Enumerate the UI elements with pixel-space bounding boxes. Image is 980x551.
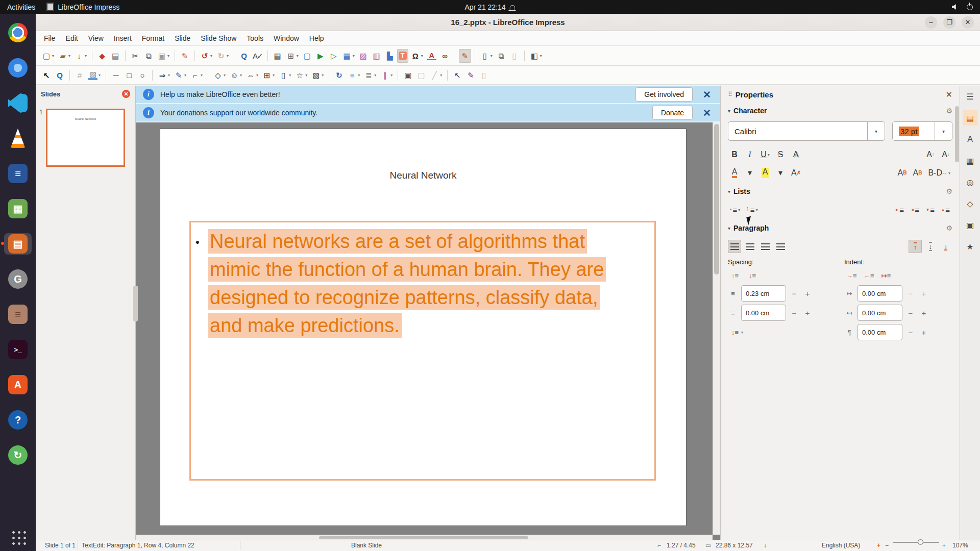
menu-item[interactable]: Slide [169, 31, 195, 45]
zoom-slider[interactable] [893, 542, 939, 543]
edit-points-tool[interactable]: ↖ [451, 68, 463, 82]
redo-button[interactable]: ↻ ▾ [215, 49, 230, 63]
decrement-button[interactable]: − [905, 289, 916, 298]
chevron-down-icon[interactable]: ▾ [935, 122, 952, 140]
indent-decrease-button[interactable]: ←≡ [862, 269, 876, 282]
dock-files[interactable]: ≡ [4, 304, 32, 325]
select-tool[interactable]: ↖ [40, 68, 53, 82]
paragraph-section-header[interactable]: ▾ Paragraph ⚙ [728, 221, 952, 235]
slide-thumbnail[interactable]: 1 Neural Network [46, 109, 125, 167]
align-objects-tool[interactable]: ≡ ▾ [346, 68, 361, 82]
power-icon[interactable] [967, 4, 973, 10]
fill-color-tool[interactable]: ▨ ▾ [87, 68, 102, 82]
infobar-close-icon[interactable]: ✕ [699, 89, 715, 101]
snap-guides-tool[interactable]: # [74, 68, 86, 82]
clock-menu[interactable]: Apr 21 22:14 [464, 3, 515, 11]
dock-vscode[interactable] [4, 92, 32, 114]
spacing-below-icon-button[interactable]: ↓≡ [745, 269, 760, 282]
new-button[interactable]: ▢ ▾ [40, 49, 56, 63]
decrement-button[interactable]: − [789, 309, 799, 317]
slide-text-line[interactable]: Neural networks are a set of algorithms … [208, 228, 652, 256]
chevron-down-icon[interactable]: ▾ [867, 122, 885, 140]
slide-title-text[interactable]: Neural Network [160, 170, 686, 181]
restore-button[interactable]: ❐ [943, 16, 955, 29]
zoom-fit-icon[interactable]: + [877, 542, 880, 549]
rotate-tool[interactable]: ↻ [333, 68, 345, 82]
display-grid-button[interactable]: ▦ [272, 49, 284, 63]
dock-gimp[interactable]: G [4, 268, 32, 290]
spacing-below-field[interactable]: 0.00 cm [741, 305, 786, 321]
connectors-tool[interactable]: ⌐ ▾ [189, 68, 204, 82]
title-bar[interactable]: 16_2.pptx - LibreOffice Impress – ❐ ✕ [36, 14, 980, 31]
spelling-button[interactable]: A✓ [251, 49, 264, 63]
bold-button[interactable]: B [728, 148, 741, 161]
insert-textbox-button[interactable]: T [397, 49, 408, 63]
tab-master-slides[interactable]: ▣ [963, 217, 978, 233]
crop-tool[interactable]: ▢ [415, 68, 427, 82]
slides-panel-close-button[interactable]: ✕ [122, 90, 130, 98]
horizontal-scrollbar[interactable] [136, 535, 713, 540]
increment-button[interactable]: + [919, 289, 929, 298]
indent-increase-button[interactable]: →≡ [844, 269, 859, 282]
indent-before-field[interactable]: 0.00 cm [857, 285, 902, 302]
dock-terminal[interactable]: >_ [4, 339, 32, 360]
increase-font-button[interactable]: A↑ [924, 148, 937, 161]
focused-app-menu[interactable]: LibreOffice Impress [46, 3, 119, 11]
tab-properties[interactable]: ▤ [963, 110, 978, 126]
underline-button[interactable]: U ▾ [758, 148, 772, 161]
dock-help[interactable]: ? [4, 409, 32, 431]
arrange-tool[interactable]: ≣ ▾ [362, 68, 378, 82]
copy-button[interactable]: ⧉ [142, 49, 155, 63]
hyperlink-button[interactable]: ∞ [439, 49, 451, 63]
slide-text-line[interactable]: mimic the function of a human brain. The… [208, 256, 652, 284]
strikethrough-button[interactable]: S [774, 148, 787, 161]
extrusion-tool[interactable]: ▯ [478, 68, 490, 82]
spacing-above-icon-button[interactable]: ↑≡ [728, 269, 742, 282]
flowchart-shapes-tool[interactable]: ⊞ ▾ [261, 68, 276, 82]
tab-gallery[interactable]: ▦ [963, 153, 978, 168]
dock-lo-calc[interactable]: ▦ [4, 198, 32, 219]
indent-after-field[interactable]: 0.00 cm [857, 305, 902, 321]
open-button[interactable]: ▰ ▾ [57, 49, 72, 63]
zoom-tool[interactable]: Q [54, 68, 66, 82]
tab-styles[interactable]: A [963, 132, 978, 147]
section-settings-icon[interactable]: ⚙ [946, 224, 952, 232]
move-down-button[interactable]: ▾≡ [924, 203, 937, 216]
slide[interactable]: Neural Network • Neural networks are a s… [160, 129, 686, 525]
master-slide-button[interactable]: ▢ [301, 49, 313, 63]
increment-button[interactable]: + [919, 328, 929, 337]
document-modified-icon[interactable]: ↓ [764, 542, 767, 549]
align-left-button[interactable] [728, 240, 741, 253]
align-right-button[interactable] [758, 240, 772, 253]
start-current-slide-button[interactable]: ▷ [328, 49, 340, 63]
zoom-slider-knob[interactable] [918, 539, 923, 545]
increment-button[interactable]: + [919, 309, 929, 317]
increment-button[interactable]: + [802, 289, 813, 298]
vertical-scrollbar[interactable] [713, 122, 720, 535]
cut-button[interactable]: ✂ [129, 49, 141, 63]
3d-objects-tool[interactable]: ▧ ▾ [310, 68, 325, 82]
font-name-combobox[interactable]: Calibri ▾ [728, 121, 885, 141]
center-vertically-button[interactable]: ↕ [924, 240, 937, 253]
section-settings-icon[interactable]: ⚙ [946, 187, 952, 195]
dock-lo-writer[interactable]: ≡ [4, 163, 32, 184]
duplicate-slide-button[interactable]: ⧉ [495, 49, 507, 63]
symbol-shapes-tool[interactable]: ☺ ▾ [228, 68, 243, 82]
show-applications-button[interactable] [10, 529, 26, 545]
shadow-tool[interactable]: ▣ [402, 68, 414, 82]
spacing-above-field[interactable]: 0.23 cm [741, 285, 786, 302]
clone-formatting-button[interactable]: ✎ [179, 49, 191, 63]
insert-table-button[interactable]: ▦ ▾ [341, 49, 356, 63]
menu-item[interactable]: Slide Show [195, 31, 241, 45]
menu-item[interactable]: Tools [241, 31, 268, 45]
increment-button[interactable]: + [802, 309, 813, 317]
slide-text-line[interactable]: designed to recognize patterns, classify… [208, 284, 652, 312]
insert-chart-button[interactable]: ▙ [384, 49, 396, 63]
curves-polygons-tool[interactable]: ✎ ▾ [173, 68, 188, 82]
insert-media-button[interactable]: ▥ [371, 49, 383, 63]
font-color-button[interactable]: A [728, 166, 741, 180]
block-arrows-tool[interactable]: ⇔ ▾ [244, 68, 260, 82]
dock-ubuntu-software[interactable]: A [4, 374, 32, 395]
superscript-button[interactable]: AB [895, 166, 909, 180]
shadow-button[interactable]: A [789, 148, 802, 161]
